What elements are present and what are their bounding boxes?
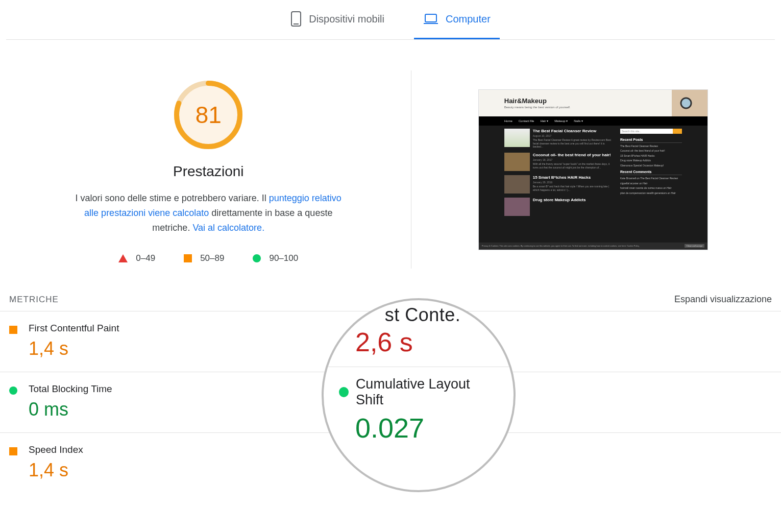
screenshot-sidebar-item: Glamorous Special Occasion Makeup! — [620, 164, 682, 167]
tab-desktop-label: Computer — [446, 13, 491, 25]
performance-gauge: 81 — [170, 77, 247, 153]
expand-view-button[interactable]: Espandi visualizzazione — [674, 294, 772, 305]
screenshot-recent-comments-h: Recent Comments — [620, 170, 682, 175]
laptop-icon — [423, 13, 438, 25]
screenshot-sidebar-item: Drug store Makeup Addicts — [620, 159, 682, 162]
screenshot-cookie-bar: Privacy & Cookies: This site uses cookie… — [479, 243, 707, 250]
metric-name: First Contentful Paint — [29, 323, 119, 334]
screenshot-search: Search this site... — [620, 129, 682, 134]
gauge-description: I valori sono delle stime e potrebbero v… — [70, 191, 346, 235]
metrics-grid: First Contentful Paint 1,4 s Total Block… — [0, 311, 781, 493]
metric-name: Total Blocking Time — [29, 383, 112, 395]
score-legend: 0–49 50–89 90–100 — [118, 253, 298, 263]
screenshot-sidebar-item: Kate Brownell on The Best Facial Cleanse… — [620, 177, 682, 180]
metric-value: 1,4 s — [29, 460, 83, 481]
tab-mobile[interactable]: Dispositivi mobili — [281, 4, 394, 39]
screenshot-nav-item: Home — [504, 119, 512, 123]
legend-bad: 0–49 — [118, 253, 155, 263]
square-icon — [9, 326, 17, 334]
screenshot-sidebar-item: 15 Smart B*tches HAIR Hacks — [620, 154, 682, 158]
screenshot-hero-image — [672, 90, 707, 116]
screenshot-nav-item: Contact Me — [519, 119, 534, 123]
circle-icon — [339, 387, 349, 397]
circle-icon — [253, 254, 261, 262]
screenshot-post: The Best Facial Cleanser ReviewAugust 10… — [504, 129, 615, 149]
screenshot-sidebar-item: plan de compensacion wealth generators o… — [620, 191, 682, 195]
metric-value: 0 ms — [29, 399, 112, 420]
screenshot-sidebar-item: Coconut oil- the best friend of your hai… — [620, 149, 682, 153]
screenshot-post: 15 Smart B*tches HAIR HacksJanuary 29, 2… — [504, 175, 615, 194]
screenshot-sidebar-item: hotmail crear cuenta de correo nuevo on … — [620, 186, 682, 190]
mobile-icon — [290, 11, 302, 27]
screenshot-cookie-text: Privacy & Cookies: This site uses cookie… — [482, 245, 640, 247]
square-icon — [9, 447, 17, 455]
screenshot-recent-posts-h: Recent Posts — [620, 138, 682, 143]
page-screenshot: Hair&Makeup Beauty means being the best … — [478, 89, 708, 250]
triangle-icon — [118, 254, 128, 262]
lens-lcp-value: 2,6 s — [355, 327, 493, 357]
tab-mobile-label: Dispositivi mobili — [309, 13, 384, 25]
metric-name: Speed Index — [29, 444, 83, 455]
legend-bad-label: 0–49 — [136, 253, 155, 263]
metrics-label: METRICHE — [9, 295, 59, 305]
screenshot-nav: Home Contact Me Hair ▾ Makeup ▾ Nails ▾ — [479, 116, 707, 126]
legend-good: 90–100 — [253, 253, 298, 263]
screenshot-sidebar-item: ciguellal acoster on Hair — [620, 182, 682, 185]
square-icon — [184, 254, 192, 262]
device-tabs: Dispositivi mobili Computer — [6, 0, 775, 40]
legend-good-label: 90–100 — [269, 253, 298, 263]
screenshot-sidebar-item: The Best Facial Cleanser Review — [620, 144, 682, 148]
calculator-link[interactable]: Vai al calcolatore. — [192, 223, 264, 233]
gauge-score: 81 — [170, 77, 247, 153]
lens-cls-value: 0.027 — [355, 412, 493, 444]
screenshot-post: Coconut oil- the best friend of your hai… — [504, 153, 615, 171]
lens-cls-label: Cumulative Layout Shift — [356, 376, 493, 408]
screenshot-site-subtitle: Beauty means being the best version of y… — [504, 106, 571, 109]
screenshot-panel: Hair&Makeup Beauty means being the best … — [411, 70, 775, 269]
svg-rect-2 — [425, 14, 436, 22]
magnifier-overlay: st Conte. 2,6 s Cumulative Layout Shift … — [322, 298, 516, 492]
screenshot-nav-item: Nails ▾ — [574, 119, 583, 123]
screenshot-nav-item: Makeup ▾ — [554, 119, 568, 123]
gauge-title: Prestazioni — [173, 163, 244, 180]
legend-mid-label: 50–89 — [200, 253, 224, 263]
circle-icon — [9, 386, 17, 395]
screenshot-site-title: Hair&Makeup — [504, 97, 547, 105]
metric-value: 1,4 s — [29, 338, 119, 359]
tab-desktop[interactable]: Computer — [414, 4, 500, 39]
metric-si: Speed Index 1,4 s — [0, 433, 390, 493]
overview-section: 81 Prestazioni I valori sono delle stime… — [0, 40, 781, 279]
gauge-desc-text: I valori sono delle stime e potrebbero v… — [76, 193, 269, 203]
screenshot-nav-item: Hair ▾ — [540, 119, 548, 123]
legend-mid: 50–89 — [184, 253, 224, 263]
score-panel: 81 Prestazioni I valori sono delle stime… — [6, 70, 411, 269]
screenshot-post: Drug store Makeup Addicts — [504, 198, 615, 216]
screenshot-cookie-btn: Close and accept — [685, 244, 704, 248]
